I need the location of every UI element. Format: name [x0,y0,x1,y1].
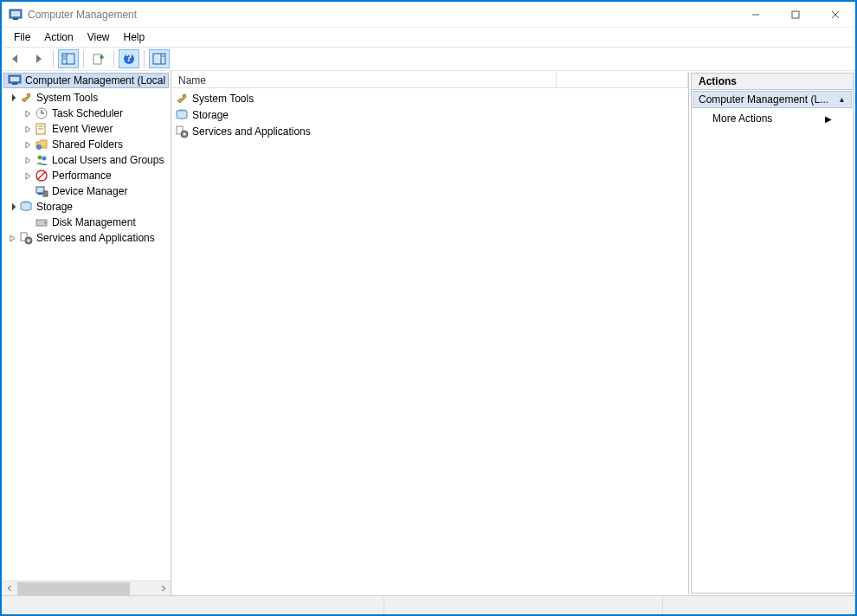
svg-point-39 [28,240,30,242]
statusbar [2,595,855,614]
svg-point-28 [42,157,47,161]
maximize-button[interactable] [776,2,815,28]
column-header-name[interactable]: Name [171,73,557,87]
list-item-label: System Tools [192,93,254,105]
toolbar: ? [2,47,855,71]
svg-rect-16 [162,55,164,57]
submenu-arrow-icon: ▶ [825,114,832,124]
svg-rect-32 [38,193,42,195]
toolbar-separator [113,50,114,67]
tree-item-shared-folders[interactable]: Shared Folders [3,137,171,152]
app-icon [9,8,23,22]
tree-item-label: Storage [36,201,73,213]
tree-item-label: Event Viewer [52,123,113,135]
horizontal-scrollbar[interactable] [2,581,171,595]
tree-item-event-viewer[interactable]: Event Viewer [3,121,171,137]
menu-view[interactable]: View [81,29,117,45]
tree-item-task-scheduler[interactable]: Task Scheduler [3,106,171,121]
chevron-right-icon[interactable] [23,108,33,119]
toolbar-separator [83,50,84,67]
services-icon [175,125,189,138]
minimize-button[interactable] [736,2,776,28]
tree-item-label: Local Users and Groups [52,154,164,166]
list-item-label: Services and Applications [192,125,311,138]
actions-section-header[interactable]: Computer Management (L... ▲ [693,91,852,108]
event-log-icon [35,122,48,136]
svg-text:?: ? [126,53,132,64]
tree-item-label: Disk Management [52,216,136,228]
back-button[interactable] [5,49,26,68]
list-item-label: Storage [192,109,229,121]
svg-point-36 [44,222,46,224]
svg-point-27 [38,156,42,160]
list-item-services-applications[interactable]: Services and Applications [175,123,688,139]
tree-item-label: System Tools [36,92,98,104]
svg-rect-14 [153,54,165,64]
menu-file[interactable]: File [7,29,37,45]
users-icon [35,153,48,167]
svg-rect-4 [792,11,799,18]
actions-pane: Actions Computer Management (L... ▲ More… [691,73,854,594]
chevron-right-icon[interactable] [23,139,33,150]
device-manager-icon [35,184,48,198]
storage-icon [19,200,33,214]
scroll-left-button[interactable] [2,581,16,596]
chevron-down-icon[interactable] [7,93,17,103]
svg-rect-10 [63,58,66,60]
actions-item-label: More Actions [712,112,772,125]
window-title: Computer Management [28,9,137,21]
chevron-right-icon[interactable] [23,155,33,165]
tree-root-label: Computer Management (Local [25,74,165,87]
help-button[interactable]: ? [119,49,139,68]
list-item-storage[interactable]: Storage [175,106,688,123]
svg-rect-9 [63,55,66,57]
actions-more-actions[interactable]: More Actions ▶ [692,109,853,128]
storage-icon [175,108,189,122]
tree-item-disk-management[interactable]: Disk Management [3,215,171,230]
tree-item-local-users-groups[interactable]: Local Users and Groups [3,152,171,168]
menu-action[interactable]: Action [37,29,80,45]
status-cell [663,596,855,614]
svg-rect-19 [12,83,17,85]
tree-item-storage[interactable]: Storage [3,199,171,215]
svg-rect-11 [93,55,101,64]
tree-item-label: Shared Folders [52,138,123,151]
list-item-system-tools[interactable]: System Tools [175,90,688,106]
forward-button[interactable] [28,49,48,68]
show-hide-tree-button[interactable] [58,49,79,68]
tools-icon [175,92,189,106]
svg-rect-2 [13,18,18,20]
tree-root[interactable]: Computer Management (Local [3,73,169,88]
shared-folder-icon [35,138,48,151]
tree-pane: Computer Management (Local System Tools … [2,71,171,595]
svg-rect-33 [43,191,48,196]
svg-rect-18 [10,77,19,81]
chevron-right-icon[interactable] [23,124,33,134]
svg-line-30 [37,171,46,180]
column-header-empty[interactable] [557,73,688,87]
performance-icon [35,169,48,183]
scrollbar-thumb[interactable] [17,582,130,595]
status-cell [2,596,384,614]
actions-section-label: Computer Management (L... [699,93,828,106]
menubar: File Action View Help [2,28,855,47]
tree-item-performance[interactable]: Performance [3,168,171,183]
svg-point-43 [184,132,186,135]
toolbar-separator [53,50,54,67]
scroll-right-button[interactable] [156,581,171,596]
svg-point-26 [36,144,42,150]
content-header: Name [171,73,688,88]
close-button[interactable] [815,2,855,28]
tree-item-system-tools[interactable]: System Tools [3,90,171,106]
show-hide-action-pane-button[interactable] [149,49,170,68]
content-pane: Name System Tools Storage Services and A… [171,73,689,594]
export-list-button[interactable] [88,49,109,68]
tree-item-label: Device Manager [52,185,127,197]
tree-item-services-applications[interactable]: Services and Applications [3,230,171,246]
menu-help[interactable]: Help [117,29,152,45]
chevron-right-icon[interactable] [23,170,33,181]
chevron-right-icon[interactable] [7,233,17,243]
tree-item-device-manager[interactable]: Device Manager [3,183,171,199]
svg-rect-1 [11,11,20,16]
chevron-down-icon[interactable] [7,202,17,212]
